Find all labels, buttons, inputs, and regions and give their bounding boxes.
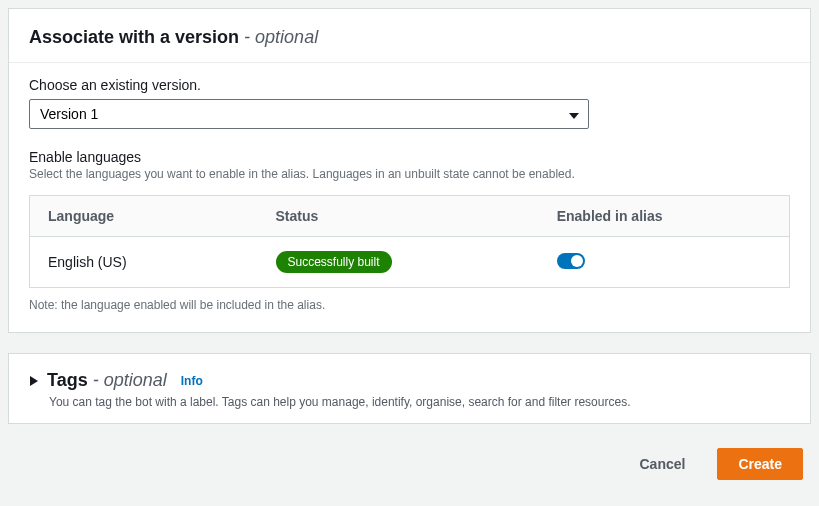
create-button[interactable]: Create [717, 448, 803, 480]
version-select[interactable]: Version 1 [29, 99, 589, 129]
associate-optional: - optional [244, 27, 318, 47]
info-link[interactable]: Info [181, 374, 203, 388]
toggle-knob [571, 255, 583, 267]
svg-marker-1 [30, 376, 38, 386]
col-enabled: Enabled in alias [539, 196, 790, 237]
associate-title: Associate with a version [29, 27, 239, 47]
tags-description: You can tag the bot with a label. Tags c… [49, 395, 790, 409]
version-select-value: Version 1 [40, 106, 98, 122]
col-status: Status [258, 196, 539, 237]
col-language: Language [30, 196, 258, 237]
cancel-button[interactable]: Cancel [619, 448, 705, 480]
cell-language: English (US) [30, 237, 258, 288]
associate-version-panel: Associate with a version - optional Choo… [8, 8, 811, 333]
choose-version-label: Choose an existing version. [29, 77, 790, 93]
table-row: English (US) Successfully built [30, 237, 790, 288]
languages-table: Language Status Enabled in alias English… [29, 195, 790, 288]
tags-panel: Tags - optional Info You can tag the bot… [8, 353, 811, 424]
enable-languages-help: Select the languages you want to enable … [29, 167, 790, 181]
tags-optional: - optional [93, 370, 167, 390]
caret-right-icon[interactable] [29, 375, 39, 387]
status-badge: Successfully built [276, 251, 392, 273]
footer-actions: Cancel Create [8, 444, 811, 488]
associate-header: Associate with a version - optional [9, 9, 810, 62]
tags-header: Tags - optional Info You can tag the bot… [9, 354, 810, 423]
alias-note: Note: the language enabled will be inclu… [29, 298, 790, 312]
enabled-toggle[interactable] [557, 253, 585, 269]
enable-languages-heading: Enable languages [29, 149, 790, 165]
associate-body: Choose an existing version. Version 1 En… [9, 62, 810, 332]
tags-title: Tags [47, 370, 88, 390]
